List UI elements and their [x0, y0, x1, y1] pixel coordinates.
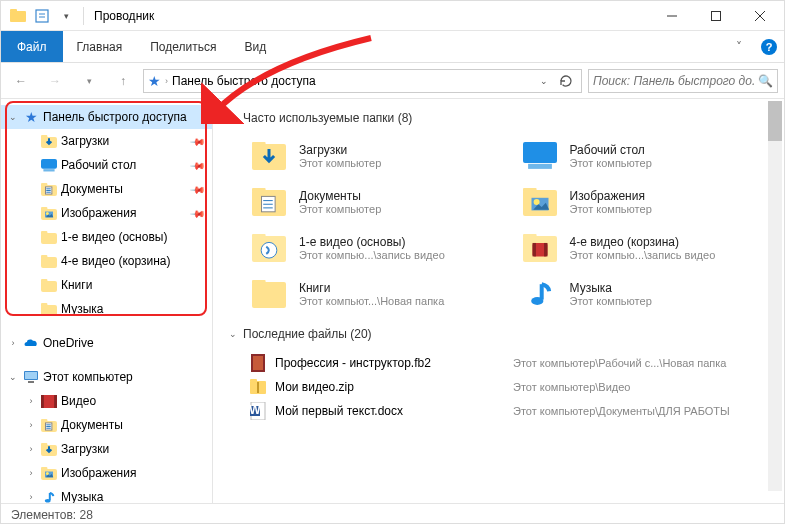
nav-label: Изображения: [61, 466, 136, 480]
search-box[interactable]: 🔍: [588, 69, 778, 93]
minimize-button[interactable]: [650, 1, 694, 31]
forward-button[interactable]: →: [41, 67, 69, 95]
nav-item-pictures[interactable]: ›Изображения: [1, 461, 212, 485]
search-input[interactable]: [593, 74, 754, 88]
nav-item-folder[interactable]: 1-е видео (основы): [1, 225, 212, 249]
svg-point-14: [46, 212, 49, 215]
file-tab[interactable]: Файл: [1, 31, 63, 62]
qat-dropdown-icon[interactable]: ▾: [55, 5, 77, 27]
folder-item[interactable]: ЗагрузкиЭтот компьютер: [249, 135, 510, 177]
svg-rect-30: [41, 419, 47, 423]
address-bar[interactable]: ★ › Панель быстрого доступа ⌄: [143, 69, 582, 93]
expand-icon[interactable]: ›: [25, 420, 37, 430]
scrollbar-thumb[interactable]: [768, 101, 782, 141]
tab-view[interactable]: Вид: [230, 31, 280, 62]
svg-rect-33: [41, 443, 47, 447]
svg-rect-40: [252, 142, 266, 146]
nav-label: Музыка: [61, 302, 103, 316]
section-frequent-folders[interactable]: ⌄ Часто используемые папки (8): [229, 111, 780, 125]
properties-icon[interactable]: [31, 5, 53, 27]
chevron-right-icon: ›: [165, 76, 168, 86]
folder-video2-icon: [520, 228, 560, 268]
svg-rect-20: [41, 279, 47, 283]
nav-label: Загрузки: [61, 442, 109, 456]
folder-name: Загрузки: [299, 143, 381, 157]
folder-item[interactable]: ИзображенияЭтот компьютер: [520, 181, 781, 223]
svg-rect-28: [54, 395, 57, 408]
help-button[interactable]: ?: [754, 31, 784, 62]
nav-item-folder[interactable]: Книги: [1, 273, 212, 297]
tab-home[interactable]: Главная: [63, 31, 137, 62]
svg-rect-35: [41, 467, 47, 471]
expand-icon[interactable]: ⌄: [7, 372, 19, 382]
nav-item-folder[interactable]: 4-е видео (корзина): [1, 249, 212, 273]
zip-file-icon: [249, 378, 267, 396]
section-title: Последние файлы (20): [243, 327, 372, 341]
folder-path: Этот компьют...\Новая папка: [299, 295, 444, 307]
maximize-button[interactable]: [694, 1, 738, 31]
expand-icon[interactable]: ›: [25, 396, 37, 406]
svg-rect-47: [523, 188, 537, 192]
nav-item-downloads[interactable]: Загрузки📌: [1, 129, 212, 153]
expand-icon[interactable]: ›: [25, 492, 37, 502]
close-button[interactable]: [738, 1, 782, 31]
scrollbar[interactable]: [768, 101, 782, 491]
downloads-icon: [41, 441, 57, 457]
docx-file-icon: W: [249, 402, 267, 420]
address-dropdown-button[interactable]: ⌄: [533, 76, 555, 86]
folder-path: Этот компьютер: [299, 157, 381, 169]
folder-item[interactable]: 4-е видео (корзина)Этот компью...\запись…: [520, 227, 781, 269]
nav-label: Рабочий стол: [61, 158, 136, 172]
folder-item[interactable]: ДокументыЭтот компьютер: [249, 181, 510, 223]
nav-label: Изображения: [61, 206, 136, 220]
tab-share[interactable]: Поделиться: [136, 31, 230, 62]
back-button[interactable]: ←: [7, 67, 35, 95]
folder-icon: [41, 229, 57, 245]
status-bar: Элементов: 28: [1, 503, 784, 524]
nav-item-folder[interactable]: Музыка: [1, 297, 212, 321]
breadcrumb-segment[interactable]: Панель быстрого доступа: [172, 74, 316, 88]
folder-item[interactable]: КнигиЭтот компьют...\Новая папка: [249, 273, 510, 315]
this-pc-icon: [23, 369, 39, 385]
file-row[interactable]: WМой первый текст.docxЭтот компьютер\Док…: [249, 399, 780, 423]
nav-onedrive[interactable]: › OneDrive: [1, 331, 212, 355]
address-row: ← → ▾ ↑ ★ › Панель быстрого доступа ⌄ 🔍: [1, 63, 784, 99]
folder-item[interactable]: 1-е видео (основы)Этот компью...\запись …: [249, 227, 510, 269]
file-name: Мои видео.zip: [275, 380, 505, 394]
up-button[interactable]: ↑: [109, 67, 137, 95]
nav-item-videos[interactable]: ›Видео: [1, 389, 212, 413]
expand-icon[interactable]: ›: [25, 444, 37, 454]
navigation-pane: ⌄ ★ Панель быстрого доступа Загрузки📌Раб…: [1, 99, 213, 503]
expand-icon[interactable]: ›: [25, 468, 37, 478]
folder-icon: [7, 5, 29, 27]
refresh-button[interactable]: [555, 74, 577, 88]
file-row[interactable]: Профессия - инструктор.fb2Этот компьютер…: [249, 351, 780, 375]
nav-label: Документы: [61, 418, 123, 432]
recent-locations-button[interactable]: ▾: [75, 67, 103, 95]
nav-item-documents[interactable]: Документы📌: [1, 177, 212, 201]
svg-rect-65: [257, 382, 259, 393]
nav-item-pictures[interactable]: Изображения📌: [1, 201, 212, 225]
documents-icon: [41, 181, 57, 197]
svg-rect-6: [41, 159, 57, 169]
svg-rect-9: [41, 183, 47, 187]
folder-path: Этот компью...\запись видео: [570, 249, 716, 261]
nav-quick-access[interactable]: ⌄ ★ Панель быстрого доступа: [1, 105, 212, 129]
quick-access-star-icon: ★: [23, 109, 39, 125]
chevron-down-icon: ⌄: [229, 113, 237, 123]
nav-this-pc[interactable]: ⌄ Этот компьютер: [1, 365, 212, 389]
section-recent-files[interactable]: ⌄ Последние файлы (20): [229, 327, 780, 341]
nav-item-desktop[interactable]: Рабочий стол📌: [1, 153, 212, 177]
quick-access-toolbar: ▾: [3, 5, 88, 27]
expand-icon[interactable]: ⌄: [7, 112, 19, 122]
folder-item[interactable]: МузыкаЭтот компьютер: [520, 273, 781, 315]
nav-item-music[interactable]: ›Музыка: [1, 485, 212, 503]
svg-rect-56: [532, 243, 535, 256]
nav-item-downloads[interactable]: ›Загрузки: [1, 437, 212, 461]
nav-item-documents[interactable]: ›Документы: [1, 413, 212, 437]
expand-icon[interactable]: ›: [7, 338, 19, 348]
fb2-file-icon: [249, 354, 267, 372]
ribbon-expand-button[interactable]: ˅: [724, 31, 754, 62]
folder-item[interactable]: Рабочий столЭтот компьютер: [520, 135, 781, 177]
file-row[interactable]: Мои видео.zipЭтот компьютер\Видео: [249, 375, 780, 399]
